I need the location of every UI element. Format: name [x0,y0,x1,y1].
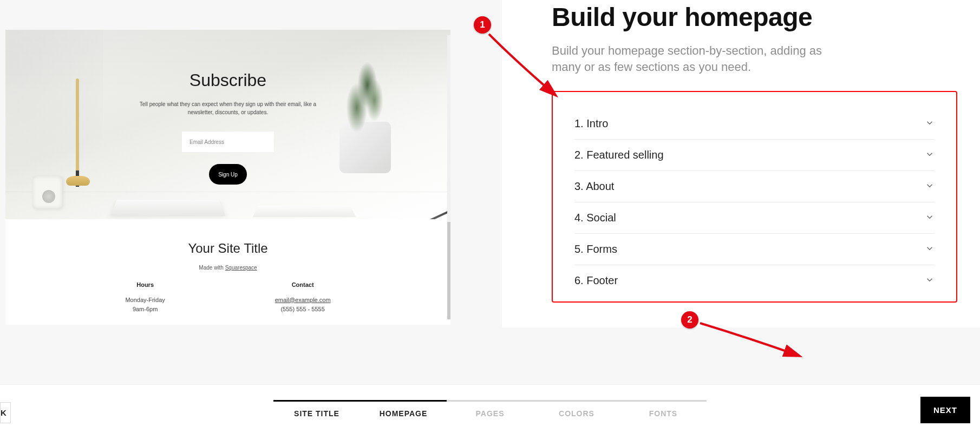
section-row-intro[interactable]: 1. Intro [574,108,935,140]
section-label: 6. Footer [574,274,618,287]
subscribe-subtext: Tell people what they can expect when th… [136,100,320,116]
hours-line: Monday-Friday [125,296,165,305]
section-row-forms[interactable]: 5. Forms [574,234,935,265]
annotation-badge-2: 2 [681,311,698,329]
config-panel: Build your homepage Build your homepage … [502,0,980,327]
made-with: Made with Squarespace [27,265,429,271]
sections-list: 1. Intro 2. Featured selling 3. About 4.… [552,91,957,303]
signup-button[interactable]: Sign Up [209,164,247,185]
contact-column: Contact email@example.com (555) 555 - 55… [275,280,331,314]
step-colors[interactable]: COLORS [533,400,620,418]
chevron-down-icon [925,275,935,287]
progress-nav: SITE TITLE HOMEPAGE PAGES COLORS FONTS [273,400,707,418]
plant-leaves-prop [329,62,399,138]
chevron-down-icon [925,244,935,255]
contact-header: Contact [275,280,331,290]
bottom-bar: K SITE TITLE HOMEPAGE PAGES COLORS FONTS… [0,384,980,433]
preview-panel: Subscribe Tell people what they can expe… [0,0,502,327]
annotation-arrow-1 [485,30,566,108]
subscribe-heading: Subscribe [190,70,266,90]
section-label: 5. Forms [574,243,617,255]
annotation-badge-1: 1 [474,16,491,34]
squarespace-link[interactable]: Squarespace [225,265,257,271]
section-label: 3. About [574,180,614,193]
hours-column: Hours Monday-Friday 9am-6pm [125,280,165,314]
website-preview-frame: Subscribe Tell people what they can expe… [5,30,450,325]
contact-phone: (555) 555 - 5555 [275,305,331,314]
config-title: Build your homepage [552,0,957,32]
next-button[interactable]: NEXT [920,397,970,423]
hours-header: Hours [125,280,165,290]
step-site-title[interactable]: SITE TITLE [273,400,360,418]
notebook-prop [253,206,356,217]
section-row-social[interactable]: 4. Social [574,202,935,234]
step-pages[interactable]: PAGES [447,400,533,418]
config-description: Build your homepage section-by-section, … [552,43,822,75]
annotation-arrow-2 [696,317,809,368]
pencil-prop [76,78,79,187]
section-row-footer[interactable]: 6. Footer [574,265,935,296]
section-row-featured-selling[interactable]: 2. Featured selling [574,140,935,171]
preview-scrollbar[interactable] [447,35,450,319]
book-prop [110,200,226,216]
step-fonts[interactable]: FONTS [620,400,707,418]
section-label: 1. Intro [574,117,608,130]
contact-email[interactable]: email@example.com [275,296,331,305]
section-row-about[interactable]: 3. About [574,171,935,202]
section-label: 2. Featured selling [574,149,664,161]
chevron-down-icon [925,118,935,130]
hours-line: 9am-6pm [125,305,165,314]
pen-prop [404,208,450,219]
chevron-down-icon [925,181,935,193]
step-homepage[interactable]: HOMEPAGE [360,400,447,418]
section-label: 4. Social [574,212,616,224]
chevron-down-icon [925,212,935,224]
footer-section: Your Site Title Made with Squarespace Ho… [5,219,450,325]
chevron-down-icon [925,149,935,161]
site-title: Your Site Title [27,241,429,256]
sharpener-prop [32,176,62,208]
email-input[interactable]: Email Address [182,132,274,152]
back-button[interactable]: K [0,402,11,423]
hero-section: Subscribe Tell people what they can expe… [5,30,450,219]
